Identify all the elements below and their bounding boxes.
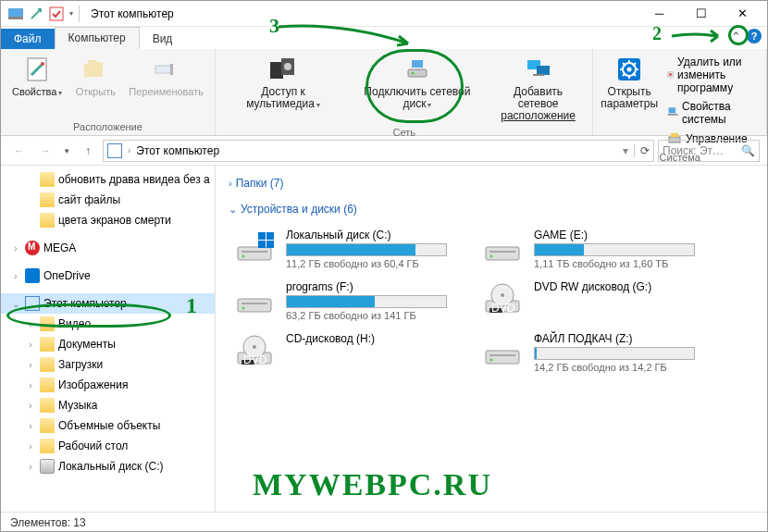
device-item[interactable]: Локальный диск (C:)11,2 ГБ свободно из 6… xyxy=(229,225,451,273)
tree-item[interactable]: ›OneDrive xyxy=(1,266,215,286)
open-settings-button[interactable]: Открыть параметры xyxy=(599,52,659,113)
minimize-button[interactable]: ─ xyxy=(638,1,680,27)
tree-item[interactable]: обновить драва нвидеа без а xyxy=(1,169,215,190)
tree-expand-icon[interactable]: › xyxy=(25,380,36,390)
svg-rect-35 xyxy=(238,299,271,312)
system-properties-button[interactable]: Свойства системы xyxy=(663,98,759,128)
tree-item[interactable]: ⌄Этот компьютер xyxy=(1,293,215,314)
tree-item[interactable]: ›Рабочий стол xyxy=(1,436,215,456)
group-label-network: Сеть xyxy=(392,125,415,141)
capacity-bar xyxy=(286,295,447,308)
svg-point-40 xyxy=(501,293,504,297)
qat-properties-icon[interactable] xyxy=(29,6,43,21)
tree-item[interactable]: ›Документы xyxy=(1,334,215,354)
tree-item-label: Музыка xyxy=(58,399,97,412)
breadcrumb-current[interactable]: Этот компьютер xyxy=(136,144,219,157)
media-access-button[interactable]: Доступ к мультимедиа xyxy=(221,52,345,125)
folder-icon xyxy=(40,337,55,352)
device-item[interactable]: ФАЙЛ ПОДКАЧ (Z:)14,2 ГБ свободно из 14,2… xyxy=(477,328,699,377)
device-item[interactable]: programs (F:)63,2 ГБ свободно из 141 ГБ xyxy=(229,277,451,325)
svg-text:DVD: DVD xyxy=(491,302,515,315)
address-bar-pc-icon xyxy=(107,143,122,158)
onedrive-icon xyxy=(25,268,40,283)
nav-back-button[interactable]: ← xyxy=(8,140,31,162)
tree-expand-icon[interactable]: › xyxy=(25,340,36,350)
app-icon xyxy=(8,6,23,21)
explorer-body: обновить драва нвидеа без асайт файлыцве… xyxy=(1,166,767,512)
device-item[interactable]: DVDCD-дисковод (H:) xyxy=(229,328,451,377)
tree-item[interactable]: ›Видео xyxy=(1,314,215,334)
content-pane[interactable]: Папки (7) Устройства и диски (6) Локальн… xyxy=(216,166,767,512)
svg-rect-24 xyxy=(671,133,678,137)
address-dropdown-icon[interactable]: ▾ xyxy=(623,144,628,157)
svg-rect-8 xyxy=(270,62,283,79)
tree-item-label: цвета экранов смерти xyxy=(58,214,171,227)
maximize-button[interactable]: ☐ xyxy=(680,1,722,27)
device-free-space: 1,11 ТБ свободно из 1,60 ТБ xyxy=(534,258,695,269)
qat-dropdown-icon[interactable]: ▾ xyxy=(69,9,73,18)
tree-item[interactable]: ›Загрузки xyxy=(1,354,215,375)
ribbon-tab-strip: Файл Компьютер Вид ⌃ ? xyxy=(1,27,767,49)
breadcrumb-chevron-icon[interactable]: › xyxy=(128,145,130,155)
drive-icon: DVD xyxy=(232,332,277,369)
tab-view[interactable]: Вид xyxy=(140,29,186,49)
tree-item[interactable]: сайт файлы xyxy=(1,190,215,210)
address-bar[interactable]: › Этот компьютер ▾ ⟳ xyxy=(103,140,654,162)
nav-up-button[interactable]: ↑ xyxy=(77,140,99,162)
ribbon: Свойства Открыть Переименовать Расположе… xyxy=(1,49,767,136)
section-devices[interactable]: Устройства и диски (6) xyxy=(229,199,754,219)
tree-expand-icon[interactable]: › xyxy=(25,319,36,329)
rename-button: Переименовать xyxy=(123,52,209,119)
svg-point-18 xyxy=(627,68,632,72)
properties-button[interactable]: Свойства xyxy=(6,52,68,119)
tree-expand-icon[interactable]: › xyxy=(25,462,36,472)
tree-item[interactable]: ›MEGA xyxy=(1,238,215,258)
help-icon[interactable]: ? xyxy=(747,29,762,43)
tree-expand-icon[interactable]: › xyxy=(10,271,21,281)
folder-icon xyxy=(40,398,55,413)
uninstall-program-button[interactable]: Удалить или изменить программу xyxy=(663,54,759,96)
section-folders[interactable]: Папки (7) xyxy=(229,173,754,193)
group-label-location: Расположение xyxy=(73,119,142,135)
tree-item[interactable]: ›Объемные объекты xyxy=(1,415,215,436)
folder-icon xyxy=(40,172,55,187)
title-divider xyxy=(79,6,80,22)
tree-expand-icon[interactable]: › xyxy=(25,441,36,452)
tab-file[interactable]: Файл xyxy=(1,29,55,49)
tree-item[interactable]: ›Локальный диск (C:) xyxy=(1,456,215,476)
tree-expand-icon[interactable]: › xyxy=(10,243,21,254)
tree-item-label: Локальный диск (C:) xyxy=(58,460,164,473)
capacity-bar xyxy=(534,243,695,256)
tree-item-label: обновить драва нвидеа без а xyxy=(58,173,210,186)
device-item[interactable]: GAME (E:)1,11 ТБ свободно из 1,60 ТБ xyxy=(477,225,699,273)
add-network-location-button[interactable]: Добавить сетевоерасположение xyxy=(489,52,588,125)
tree-item[interactable]: ›Музыка xyxy=(1,395,215,415)
navigation-tree[interactable]: обновить драва нвидеа без асайт файлыцве… xyxy=(1,166,216,512)
ribbon-expand-icon[interactable]: ⌃ xyxy=(731,30,741,43)
nav-forward-button[interactable]: → xyxy=(34,140,56,162)
drive-icon xyxy=(232,229,277,266)
close-button[interactable]: ✕ xyxy=(722,1,763,27)
nav-recent-dropdown[interactable]: ▾ xyxy=(60,140,73,162)
qat-checkbox-icon[interactable] xyxy=(49,6,64,21)
search-box[interactable]: Поиск: Эт… 🔍 xyxy=(658,140,760,162)
ribbon-group-network: Доступ к мультимедиа Подключить сетевой … xyxy=(216,49,593,135)
tree-item-label: Документы xyxy=(58,338,116,351)
search-icon[interactable]: 🔍 xyxy=(741,144,755,157)
tab-computer[interactable]: Компьютер xyxy=(55,27,140,49)
tree-expand-icon[interactable]: › xyxy=(25,401,36,411)
device-item[interactable]: DVDDVD RW дисковод (G:) xyxy=(477,277,699,325)
map-network-drive-button[interactable]: Подключить сетевой диск xyxy=(347,52,488,125)
tree-item[interactable]: ›Изображения xyxy=(1,375,215,395)
search-placeholder: Поиск: Эт… xyxy=(663,144,724,157)
annotation-watermark: MYWEBPC.RU xyxy=(253,467,492,502)
refresh-icon[interactable]: ⟳ xyxy=(634,144,650,157)
tree-expand-icon[interactable]: ⌄ xyxy=(10,299,21,309)
drive-icon xyxy=(232,280,277,317)
tree-item-label: сайт файлы xyxy=(58,193,120,206)
tree-expand-icon[interactable]: › xyxy=(25,421,36,431)
tree-item[interactable]: цвета экранов смерти xyxy=(1,210,215,230)
devices-grid: Локальный диск (C:)11,2 ГБ свободно из 6… xyxy=(229,225,754,377)
folder-icon xyxy=(40,418,55,433)
tree-expand-icon[interactable]: › xyxy=(25,360,36,370)
